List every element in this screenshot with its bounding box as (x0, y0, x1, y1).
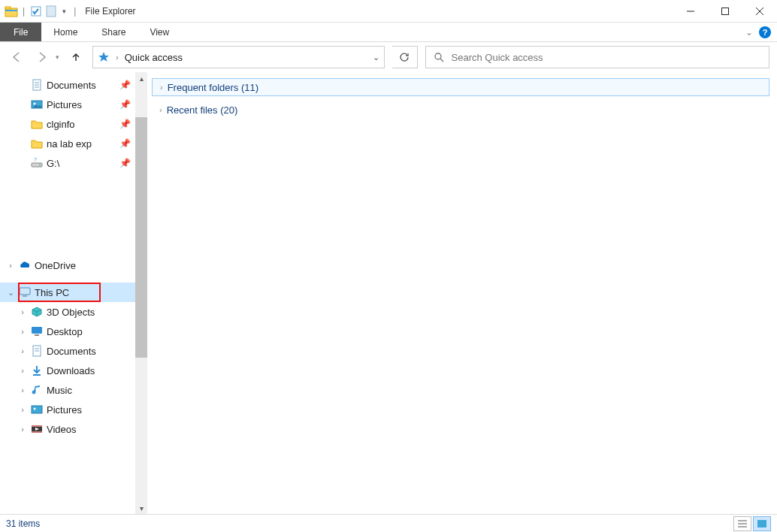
sidebar-item-label: This PC (35, 287, 135, 298)
sidebar-item-g-drive[interactable]: ? G:\ 📌 (0, 153, 135, 173)
group-recent-files[interactable]: › Recent files (20) (152, 101, 769, 119)
maximize-button[interactable] (708, 0, 742, 23)
sidebar-item-videos[interactable]: › Videos (0, 419, 135, 439)
details-view-button[interactable] (733, 516, 751, 531)
sidebar-item-pictures[interactable]: › Pictures (0, 400, 135, 419)
sidebar-item-this-pc[interactable]: ⌄ This PC (0, 283, 135, 302)
search-icon (434, 52, 444, 62)
refresh-button[interactable] (392, 46, 418, 68)
svg-rect-33 (32, 406, 42, 413)
sidebar-item-label: OneDrive (35, 260, 135, 271)
sidebar-item-documents[interactable]: › Documents (0, 341, 135, 361)
ribbon-tabs: File Home Share View ⌄ ? (0, 23, 777, 42)
chevron-right-icon[interactable]: › (18, 385, 27, 394)
svg-rect-28 (35, 334, 39, 336)
window-title: File Explorer (85, 6, 135, 17)
new-folder-icon[interactable] (44, 5, 58, 18)
chevron-right-icon[interactable]: › (18, 327, 27, 336)
music-icon (30, 383, 44, 397)
sidebar-item-pictures[interactable]: Pictures 📌 (0, 95, 135, 114)
search-input[interactable] (452, 52, 762, 63)
sidebar-item-na-lab-exp[interactable]: na lab exp 📌 (0, 134, 135, 153)
svg-rect-1 (5, 7, 11, 9)
sidebar-item-onedrive[interactable]: › OneDrive (0, 255, 135, 275)
close-button[interactable] (742, 0, 777, 23)
separator: | (74, 6, 76, 17)
large-icons-view-button[interactable] (753, 516, 771, 531)
item-count: 31 items (6, 518, 40, 529)
forward-button[interactable] (33, 48, 51, 66)
chevron-right-icon[interactable]: › (18, 405, 27, 414)
onedrive-icon (18, 258, 32, 272)
document-icon (30, 78, 44, 92)
chevron-right-icon[interactable]: › (18, 366, 27, 375)
desktop-icon (30, 325, 44, 338)
ribbon-expand-icon[interactable]: ⌄ (745, 27, 753, 38)
pin-icon: 📌 (119, 80, 131, 90)
chevron-right-icon[interactable]: › (18, 346, 27, 355)
tab-share[interactable]: Share (89, 23, 138, 41)
chevron-right-icon[interactable]: › (159, 105, 162, 114)
svg-rect-27 (32, 327, 42, 334)
history-dropdown-icon[interactable]: ▾ (56, 53, 59, 61)
document-icon (30, 344, 44, 358)
chevron-right-icon[interactable]: › (160, 83, 163, 92)
chevron-right-icon[interactable]: › (18, 425, 27, 434)
help-icon[interactable]: ? (759, 26, 771, 38)
breadcrumb[interactable]: Quick access (125, 52, 183, 63)
svg-rect-22 (23, 295, 27, 297)
search-box[interactable] (425, 46, 770, 68)
sidebar-item-label: Music (47, 385, 135, 396)
up-button[interactable] (67, 48, 85, 66)
sidebar-item-label: Documents (47, 80, 116, 91)
sidebar-item-label: Videos (47, 424, 135, 435)
sidebar-item-documents[interactable]: Documents 📌 (0, 75, 135, 95)
tab-home[interactable]: Home (41, 23, 89, 41)
scroll-down-icon[interactable]: ▾ (135, 502, 147, 514)
back-button[interactable] (8, 48, 26, 66)
sidebar-item-3d-objects[interactable]: › 3D Objects (0, 302, 135, 322)
chevron-right-icon[interactable]: › (6, 261, 15, 270)
downloads-icon (30, 364, 44, 377)
separator: | (23, 6, 25, 17)
navigation-row: ▾ › Quick access ⌄ (0, 42, 777, 72)
body: ▴ ▾ Documents 📌 Pictures 📌 clginfo 📌 (0, 72, 777, 514)
svg-point-17 (34, 103, 36, 105)
sidebar-item-label: Documents (47, 346, 135, 357)
sidebar-item-desktop[interactable]: › Desktop (0, 322, 135, 341)
minimize-button[interactable] (673, 0, 708, 23)
chevron-right-icon[interactable]: › (116, 53, 119, 62)
file-tab[interactable]: File (0, 23, 41, 41)
group-frequent-folders[interactable]: › Frequent folders (11) (152, 78, 769, 96)
sidebar-scrollbar-thumb[interactable] (135, 117, 147, 358)
file-explorer-icon (5, 5, 18, 18)
tab-view[interactable]: View (138, 23, 181, 41)
group-label: Frequent folders (11) (168, 82, 258, 93)
tree-spacer (0, 275, 135, 283)
pin-icon: 📌 (119, 138, 131, 149)
folder-icon (30, 117, 44, 131)
pin-icon: 📌 (119, 158, 131, 168)
svg-rect-0 (5, 8, 17, 17)
scroll-up-icon[interactable]: ▴ (135, 72, 147, 84)
qat-dropdown-icon[interactable]: ▾ (62, 8, 66, 15)
chevron-down-icon[interactable]: ⌄ (6, 288, 15, 298)
sidebar-item-downloads[interactable]: › Downloads (0, 361, 135, 380)
svg-line-11 (440, 59, 443, 62)
address-bar[interactable]: › Quick access ⌄ (92, 46, 385, 68)
svg-rect-37 (32, 431, 42, 433)
address-dropdown-icon[interactable]: ⌄ (373, 53, 379, 62)
svg-point-10 (435, 53, 441, 59)
svg-marker-9 (98, 52, 109, 62)
chevron-right-icon[interactable]: › (18, 307, 27, 316)
sidebar-item-clginfo[interactable]: clginfo 📌 (0, 114, 135, 134)
group-label: Recent files (20) (167, 104, 238, 116)
sidebar-item-label: na lab exp (47, 138, 116, 150)
properties-icon[interactable] (29, 5, 43, 18)
sidebar-item-label: G:\ (47, 158, 116, 169)
quick-access-star-icon (98, 51, 110, 63)
pin-icon: 📌 (119, 119, 131, 129)
sidebar-item-music[interactable]: › Music (0, 380, 135, 400)
tree-spacer (0, 173, 135, 255)
sidebar-item-label: Pictures (47, 99, 116, 110)
